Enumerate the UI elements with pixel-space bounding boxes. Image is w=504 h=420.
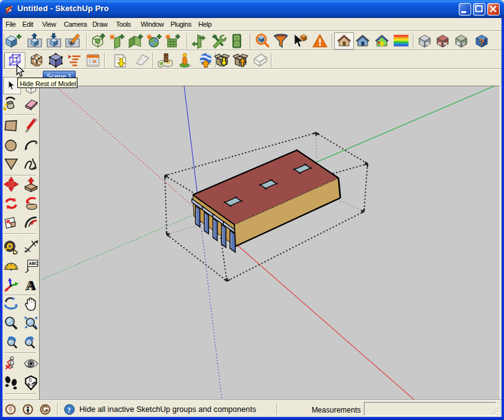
svg-text:C: C: [29, 378, 32, 382]
svg-text:M: M: [443, 41, 447, 47]
svg-text:R: R: [438, 41, 442, 47]
svg-text:ABC: ABC: [29, 261, 38, 266]
svg-text:R: R: [457, 41, 461, 47]
svg-text:A: A: [27, 279, 37, 292]
svg-text:?: ?: [479, 37, 485, 47]
svg-text:W: W: [425, 41, 430, 47]
svg-text:O: O: [420, 41, 424, 47]
svg-text:A-5: A-5: [27, 382, 34, 386]
svg-text:?: ?: [67, 406, 71, 414]
svg-text:V: V: [462, 41, 465, 47]
